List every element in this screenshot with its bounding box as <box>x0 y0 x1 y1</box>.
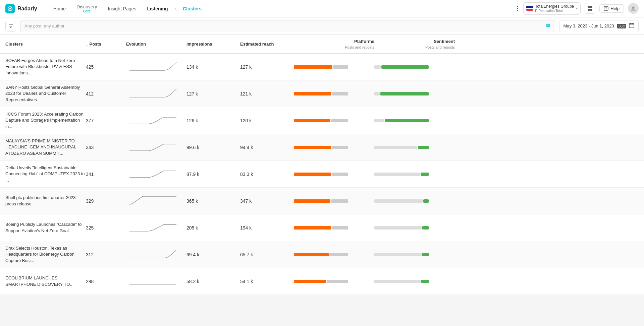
platform-bar-orange <box>294 146 331 149</box>
platform-bar-orange <box>294 280 326 283</box>
top-nav: Radarly Home Discovery Beta Insight Page… <box>0 0 644 17</box>
beta-badge: Beta <box>83 9 91 13</box>
evolution-cell <box>126 139 186 156</box>
svg-point-13 <box>548 25 549 26</box>
help-button[interactable]: ? Help <box>599 4 624 13</box>
platform-bar-gray <box>332 226 348 230</box>
table-row[interactable]: Drax Selects Houston, Texas as Headquart… <box>0 241 644 268</box>
impressions-cell: 126 k <box>186 117 240 125</box>
svg-text:?: ? <box>605 7 607 10</box>
platform-bar-gray <box>332 92 348 95</box>
sentiment-bar-positive <box>421 280 429 283</box>
table-rows: SOFAR Forges Ahead to a Net-zero Future … <box>0 54 644 295</box>
platform-bar-gray <box>329 253 348 256</box>
logo-area[interactable]: Radarly <box>5 4 37 13</box>
sentiment-bar-positive <box>422 253 429 256</box>
svg-rect-3 <box>590 6 592 8</box>
evolution-cell <box>126 85 186 102</box>
account-selector[interactable]: TotalEnergies Groupe E-Reputation Total … <box>523 2 581 14</box>
evolution-cell <box>126 273 186 290</box>
table-row[interactable]: ECOLIBRIUM LAUNCHES SMARTPHONE DISCOVERY… <box>0 268 644 295</box>
cluster-title-cell: Drax Selects Houston, Texas as Headquart… <box>5 244 86 265</box>
table-row[interactable]: Boeing Publicly Launches "Cascade" to Su… <box>0 214 644 241</box>
posts-cell: 412 <box>86 90 126 98</box>
evolution-cell <box>126 219 186 236</box>
filter-input[interactable]: Any post, any author <box>20 20 555 32</box>
table-row[interactable]: SOFAR Forges Ahead to a Net-zero Future … <box>0 54 644 80</box>
svg-point-1 <box>9 8 11 9</box>
sentiment-bar-neutral <box>374 92 380 95</box>
sentiment-bar-neutral <box>374 119 384 122</box>
posts-cell: 312 <box>86 251 126 259</box>
table-row[interactable]: SANY Hosts Global General Assembly 2023 … <box>0 80 644 107</box>
nav-home[interactable]: Home <box>48 0 71 17</box>
evolution-cell <box>126 246 186 263</box>
cluster-title-cell: ECOLIBRIUM LAUNCHES SMARTPHONE DISCOVERY… <box>5 274 86 288</box>
calendar-icon <box>629 23 634 29</box>
filter-toggle-button[interactable] <box>5 21 16 31</box>
sentiment-cell <box>374 198 455 204</box>
app-logo-text: Radarly <box>17 6 37 12</box>
estimated-reach-cell: 83.3 k <box>240 170 294 178</box>
col-estimated-reach: Estimated reach <box>240 42 294 47</box>
nav-listening[interactable]: Listening <box>142 0 173 17</box>
platforms-cell <box>294 171 374 177</box>
col-evolution: Evolution <box>126 42 186 47</box>
sort-arrow-icon: ↓ <box>86 42 88 47</box>
user-avatar[interactable] <box>628 3 639 14</box>
platform-bar-gray <box>331 199 348 203</box>
more-options-button[interactable] <box>516 5 519 12</box>
impressions-cell: 365 k <box>186 197 240 205</box>
nav-discovery[interactable]: Discovery Beta <box>71 0 102 17</box>
svg-point-14 <box>547 26 548 27</box>
platform-bar-gray <box>333 65 348 69</box>
table-row[interactable]: IICCS Forum 2023: Accelerating Carbon Ca… <box>0 107 644 134</box>
sentiment-cell <box>374 144 455 150</box>
col-clusters: Clusters <box>5 42 86 47</box>
col-posts[interactable]: ↓ Posts <box>86 42 126 47</box>
date-range-selector[interactable]: May 3, 2023 - Jun 1, 2023 30d <box>559 20 639 32</box>
platform-bar-orange <box>294 173 331 176</box>
estimated-reach-cell: 54.1 k <box>240 277 294 285</box>
nav-clusters[interactable]: Clusters <box>177 0 207 17</box>
sentiment-bar-neutral <box>374 199 423 203</box>
sentiment-bar-neutral <box>374 253 422 256</box>
table-row[interactable]: MALAYSIA'S PRIME MINISTER TO HEADLINE IG… <box>0 134 644 161</box>
impressions-cell: 87.9 k <box>186 170 240 178</box>
platforms-cell <box>294 64 374 70</box>
cluster-title-cell: MALAYSIA'S PRIME MINISTER TO HEADLINE IG… <box>5 137 86 158</box>
cluster-title-cell: SANY Hosts Global General Assembly 2023 … <box>5 83 86 104</box>
table-row[interactable]: Delta Unveils "Intelligent Sustainable C… <box>0 161 644 188</box>
filter-settings-icon[interactable] <box>545 23 551 29</box>
estimated-reach-cell: 347 k <box>240 197 294 205</box>
estimated-reach-cell: 94.4 k <box>240 143 294 151</box>
posts-cell: 325 <box>86 224 126 232</box>
account-chevron-icon: ▾ <box>576 7 578 10</box>
grid-view-button[interactable] <box>585 3 595 14</box>
sentiment-bar-positive <box>423 199 429 203</box>
filter-bar: Any post, any author May 3, 2023 - Jun 1… <box>0 17 644 35</box>
platforms-cell <box>294 91 374 97</box>
platform-bar-orange <box>294 119 330 122</box>
sentiment-cell <box>374 278 455 284</box>
sentiment-bar-positive <box>380 92 429 95</box>
cluster-title-cell: Shell plc publishes first quarter 2023 p… <box>5 193 86 208</box>
posts-cell: 341 <box>86 170 126 178</box>
table-row[interactable]: Shell plc publishes first quarter 2023 p… <box>0 188 644 214</box>
posts-cell: 425 <box>86 63 126 71</box>
sentiment-cell <box>374 252 455 258</box>
impressions-cell: 58.2 k <box>186 277 240 285</box>
account-name: TotalEnergies Groupe E-Reputation Total <box>535 4 574 13</box>
impressions-cell: 99.6 k <box>186 143 240 151</box>
sentiment-bar-positive <box>421 173 429 176</box>
nav-insight-pages[interactable]: Insight Pages <box>103 0 142 17</box>
cluster-title-cell: Boeing Publicly Launches "Cascade" to Su… <box>5 220 86 235</box>
platforms-cell <box>294 118 374 124</box>
svg-rect-2 <box>588 6 590 8</box>
duration-badge: 30d <box>617 24 626 28</box>
sentiment-bar-positive <box>422 226 429 230</box>
svg-point-12 <box>547 24 548 25</box>
platform-bar-gray <box>332 173 348 176</box>
platforms-cell <box>294 144 374 150</box>
account-flag <box>526 6 533 11</box>
